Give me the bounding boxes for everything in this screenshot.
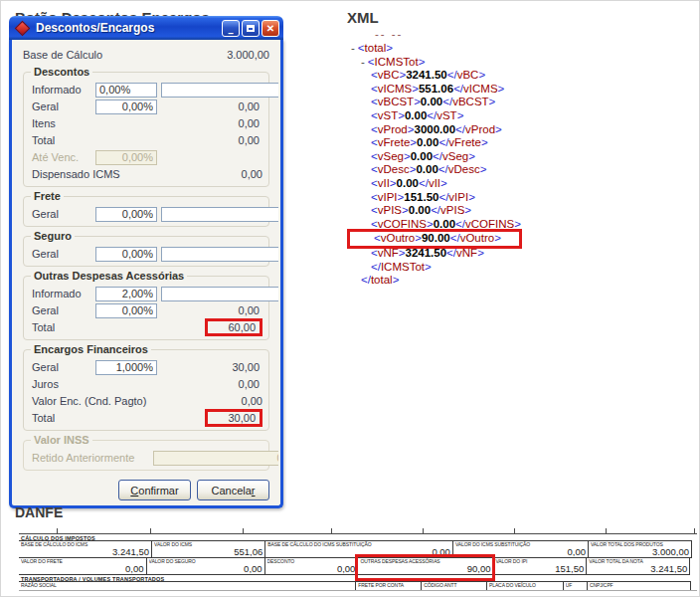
encargos-geral-value: 30,00: [157, 361, 262, 373]
danfe-cell-label: PLACA DO VEÍCULO: [489, 582, 561, 588]
outras-geral-value: 0,00: [157, 304, 262, 316]
xml-tag-name: total: [371, 274, 393, 286]
total-label: Total: [32, 134, 95, 146]
xml-bracket: </: [361, 274, 371, 286]
seguro-geral-value-input[interactable]: [161, 247, 278, 262]
xml-tag-name: vProd: [378, 123, 408, 135]
xml-bracket: <: [371, 123, 378, 135]
outras-geral-pct-input[interactable]: [95, 303, 157, 318]
xml-tag-name: vFrete: [378, 136, 411, 148]
xml-element-value: 0.00: [411, 150, 433, 162]
encargos-geral-pct-input[interactable]: [95, 360, 157, 375]
descontos-informado-pct-input[interactable]: [95, 83, 157, 98]
xml-line: <vFrete>0.00</vFrete>: [347, 136, 695, 150]
xml-bracket: <: [371, 163, 378, 175]
descontos-total-value: 0,00: [95, 134, 262, 146]
descontos-informado-row: Informado: [32, 82, 262, 98]
xml-line: <vBCST>0.00</vBCST>: [347, 96, 695, 109]
descontos-itens-row: Itens 0,00: [32, 115, 262, 131]
ruler-tick: [694, 528, 695, 533]
xml-bracket: <: [371, 150, 378, 162]
informado-label: Informado: [32, 288, 95, 299]
geral-label: Geral: [32, 100, 95, 112]
xml-bracket: >: [402, 204, 409, 216]
xml-element-value: 0.00: [397, 177, 419, 189]
maximize-button[interactable]: [242, 20, 260, 37]
xml-tag-name: vNF: [456, 247, 477, 259]
dialog-title: Descontos/Encargos: [36, 21, 220, 35]
xml-bracket: <: [371, 136, 378, 148]
outras-informado-value-input[interactable]: [161, 287, 278, 301]
danfe-cell: CÓDIGO ANTT: [421, 581, 487, 591]
retido-label: Retido Anteriormente: [32, 452, 149, 464]
xml-line: <vII>0.00</vII>: [347, 177, 695, 191]
xml-line: ~ -- --: [347, 35, 695, 42]
danfe-cell: VALOR DO ICMS551,06: [151, 540, 265, 558]
group-encargos-title: Encargos Financeiros: [31, 343, 151, 355]
xml-bracket: >: [440, 177, 447, 189]
xml-collapse-icon[interactable]: -: [361, 56, 365, 68]
danfe-row-1: BASE DE CÁLCULO DO ICMS3.241,50VALOR DO …: [19, 541, 697, 558]
xml-bracket: >: [514, 218, 521, 230]
danfe-cell: VALOR DO IPI151,50: [492, 557, 587, 575]
encargos-juros-value: 0,00: [95, 378, 262, 390]
xml-bracket: >: [425, 261, 432, 273]
confirmar-button[interactable]: Confirmar: [118, 480, 191, 500]
xml-tag-name: vII: [378, 177, 390, 189]
minimize-button[interactable]: –: [222, 20, 240, 37]
ruler-tick: [150, 528, 151, 533]
seguro-geral-pct-input[interactable]: [95, 247, 157, 262]
xml-tag-name: vIPI: [448, 191, 468, 203]
xml-tag-name: total: [365, 42, 387, 54]
inss-retido-row: Retido Anteriormente: [32, 450, 262, 466]
xml-bracket: <: [371, 204, 378, 216]
xml-line: </ICMSTot>: [347, 261, 695, 275]
ate-venc-label: Até Venc.: [32, 151, 95, 163]
xml-tag-name: vBC: [378, 69, 400, 81]
xml-tag-name: vII: [429, 177, 440, 189]
group-encargos: Encargos Financeiros Geral 30,00 Juros 0…: [23, 349, 269, 431]
valor-enc-label: Valor Enc. (Cnd. Pagto): [32, 395, 242, 407]
frete-geral-value-input[interactable]: [161, 207, 278, 222]
xml-line: <vBC>3241.50</vBC>: [347, 69, 695, 83]
danfe-cell-value: 0,00: [567, 546, 586, 557]
encargos-total-value-highlighted: 30,00: [205, 409, 262, 427]
xml-tag-name: vST: [437, 109, 456, 121]
xml-bracket: >: [414, 96, 421, 107]
xml-bracket: >: [419, 56, 426, 68]
group-outras-despesas: Outras Despesas Acessórias Informado Ger…: [23, 276, 269, 340]
cancelar-button[interactable]: Cancelar: [197, 480, 269, 500]
danfe-row-2: VALOR DO FRETE0,00VALOR DO SEGURO0,00DES…: [19, 558, 697, 575]
danfe-cell-value: 0,00: [337, 563, 356, 574]
danfe-cell-value: 3.241,50: [112, 546, 149, 557]
base-calculo-label: Base de Cálculo: [23, 49, 227, 61]
informado-label: Informado: [32, 84, 95, 96]
dispensado-icms-value: 0,00: [242, 168, 262, 180]
xml-bracket: >: [498, 83, 505, 95]
descontos-geral-pct-input[interactable]: [95, 100, 157, 114]
xml-element-value: 151.50: [404, 191, 438, 203]
xml-bracket: </: [450, 232, 460, 244]
xml-bracket: <: [371, 177, 378, 189]
xml-bracket: >: [457, 109, 464, 121]
danfe-cell-label: UF: [566, 582, 585, 588]
close-button[interactable]: ✕: [262, 20, 279, 37]
frete-geral-pct-input[interactable]: [95, 207, 157, 222]
xml-line: <vICMS>551.06</vICMS>: [347, 83, 695, 97]
dialog-titlebar[interactable]: Descontos/Encargos – ✕: [9, 16, 283, 40]
danfe-cell-value: 0,00: [244, 563, 262, 574]
xml-bracket: >: [494, 232, 501, 244]
xml-tag-name: vBCST: [452, 96, 488, 107]
danfe-cell: UF: [563, 581, 588, 591]
xml-element-value: 3241.50: [406, 69, 447, 81]
xml-tag-name: vCOFINS: [378, 218, 427, 230]
outras-informado-pct-input[interactable]: [95, 287, 157, 301]
xml-bracket: </: [419, 177, 429, 189]
descontos-encargos-dialog: Descontos/Encargos – ✕ Base de Cálculo 3…: [9, 39, 283, 508]
danfe-cell-label: RAZÃO SOCIAL: [21, 582, 353, 588]
xml-collapse-icon[interactable]: -: [351, 42, 355, 54]
danfe-cell: CNPJ/CPF: [587, 581, 691, 591]
descontos-informado-value-input[interactable]: [161, 83, 278, 98]
xml-line: <vST>0.00</vST>: [347, 109, 695, 123]
danfe-cell-value: 3.241,50: [650, 563, 687, 574]
